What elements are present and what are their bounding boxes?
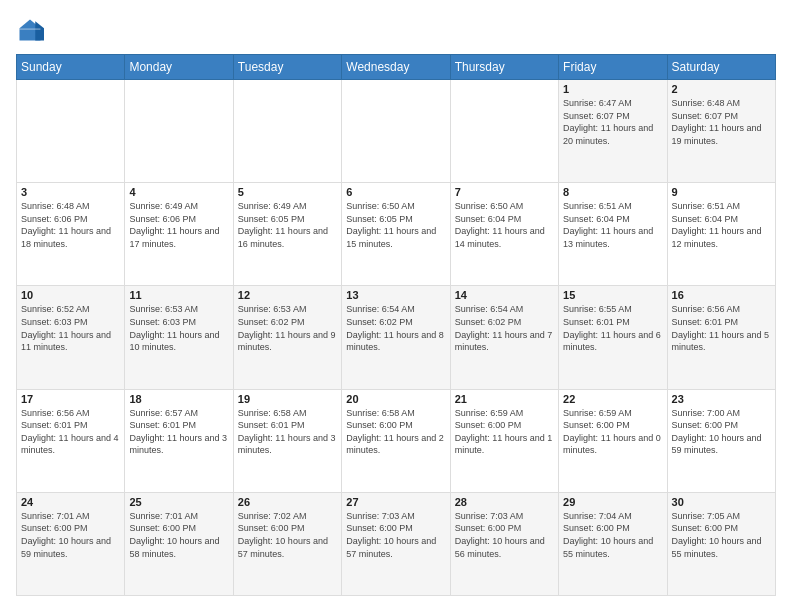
calendar-cell: 23Sunrise: 7:00 AM Sunset: 6:00 PM Dayli… bbox=[667, 389, 775, 492]
day-info: Sunrise: 6:51 AM Sunset: 6:04 PM Dayligh… bbox=[672, 200, 771, 250]
calendar-cell: 27Sunrise: 7:03 AM Sunset: 6:00 PM Dayli… bbox=[342, 492, 450, 595]
page: SundayMondayTuesdayWednesdayThursdayFrid… bbox=[0, 0, 792, 612]
day-number: 19 bbox=[238, 393, 337, 405]
day-info: Sunrise: 7:01 AM Sunset: 6:00 PM Dayligh… bbox=[21, 510, 120, 560]
header bbox=[16, 16, 776, 44]
calendar-cell: 15Sunrise: 6:55 AM Sunset: 6:01 PM Dayli… bbox=[559, 286, 667, 389]
day-number: 26 bbox=[238, 496, 337, 508]
day-info: Sunrise: 7:05 AM Sunset: 6:00 PM Dayligh… bbox=[672, 510, 771, 560]
calendar-cell: 14Sunrise: 6:54 AM Sunset: 6:02 PM Dayli… bbox=[450, 286, 558, 389]
day-number: 3 bbox=[21, 186, 120, 198]
calendar-cell: 12Sunrise: 6:53 AM Sunset: 6:02 PM Dayli… bbox=[233, 286, 341, 389]
day-number: 17 bbox=[21, 393, 120, 405]
calendar-cell: 20Sunrise: 6:58 AM Sunset: 6:00 PM Dayli… bbox=[342, 389, 450, 492]
calendar-cell: 30Sunrise: 7:05 AM Sunset: 6:00 PM Dayli… bbox=[667, 492, 775, 595]
day-number: 29 bbox=[563, 496, 662, 508]
calendar-cell bbox=[342, 80, 450, 183]
calendar-cell: 1Sunrise: 6:47 AM Sunset: 6:07 PM Daylig… bbox=[559, 80, 667, 183]
calendar-cell: 7Sunrise: 6:50 AM Sunset: 6:04 PM Daylig… bbox=[450, 183, 558, 286]
day-number: 6 bbox=[346, 186, 445, 198]
calendar-cell: 24Sunrise: 7:01 AM Sunset: 6:00 PM Dayli… bbox=[17, 492, 125, 595]
calendar-cell: 13Sunrise: 6:54 AM Sunset: 6:02 PM Dayli… bbox=[342, 286, 450, 389]
day-number: 15 bbox=[563, 289, 662, 301]
day-info: Sunrise: 6:47 AM Sunset: 6:07 PM Dayligh… bbox=[563, 97, 662, 147]
day-number: 20 bbox=[346, 393, 445, 405]
calendar-cell: 19Sunrise: 6:58 AM Sunset: 6:01 PM Dayli… bbox=[233, 389, 341, 492]
weekday-header: Thursday bbox=[450, 55, 558, 80]
day-info: Sunrise: 6:57 AM Sunset: 6:01 PM Dayligh… bbox=[129, 407, 228, 457]
day-info: Sunrise: 6:50 AM Sunset: 6:05 PM Dayligh… bbox=[346, 200, 445, 250]
weekday-header: Friday bbox=[559, 55, 667, 80]
calendar-cell bbox=[233, 80, 341, 183]
calendar-cell: 3Sunrise: 6:48 AM Sunset: 6:06 PM Daylig… bbox=[17, 183, 125, 286]
day-number: 16 bbox=[672, 289, 771, 301]
day-info: Sunrise: 6:51 AM Sunset: 6:04 PM Dayligh… bbox=[563, 200, 662, 250]
calendar-cell bbox=[17, 80, 125, 183]
weekday-header: Monday bbox=[125, 55, 233, 80]
calendar-cell: 17Sunrise: 6:56 AM Sunset: 6:01 PM Dayli… bbox=[17, 389, 125, 492]
day-info: Sunrise: 6:54 AM Sunset: 6:02 PM Dayligh… bbox=[346, 303, 445, 353]
day-number: 12 bbox=[238, 289, 337, 301]
calendar-header-row: SundayMondayTuesdayWednesdayThursdayFrid… bbox=[17, 55, 776, 80]
calendar-cell: 8Sunrise: 6:51 AM Sunset: 6:04 PM Daylig… bbox=[559, 183, 667, 286]
day-number: 2 bbox=[672, 83, 771, 95]
day-info: Sunrise: 6:54 AM Sunset: 6:02 PM Dayligh… bbox=[455, 303, 554, 353]
day-info: Sunrise: 6:48 AM Sunset: 6:07 PM Dayligh… bbox=[672, 97, 771, 147]
day-number: 25 bbox=[129, 496, 228, 508]
day-number: 7 bbox=[455, 186, 554, 198]
calendar-week-row: 17Sunrise: 6:56 AM Sunset: 6:01 PM Dayli… bbox=[17, 389, 776, 492]
calendar-cell bbox=[450, 80, 558, 183]
day-number: 22 bbox=[563, 393, 662, 405]
day-info: Sunrise: 6:56 AM Sunset: 6:01 PM Dayligh… bbox=[672, 303, 771, 353]
calendar-cell: 11Sunrise: 6:53 AM Sunset: 6:03 PM Dayli… bbox=[125, 286, 233, 389]
calendar-cell: 25Sunrise: 7:01 AM Sunset: 6:00 PM Dayli… bbox=[125, 492, 233, 595]
day-info: Sunrise: 6:49 AM Sunset: 6:06 PM Dayligh… bbox=[129, 200, 228, 250]
calendar-cell: 21Sunrise: 6:59 AM Sunset: 6:00 PM Dayli… bbox=[450, 389, 558, 492]
day-number: 14 bbox=[455, 289, 554, 301]
day-info: Sunrise: 6:49 AM Sunset: 6:05 PM Dayligh… bbox=[238, 200, 337, 250]
calendar-cell: 26Sunrise: 7:02 AM Sunset: 6:00 PM Dayli… bbox=[233, 492, 341, 595]
calendar-cell: 10Sunrise: 6:52 AM Sunset: 6:03 PM Dayli… bbox=[17, 286, 125, 389]
day-number: 28 bbox=[455, 496, 554, 508]
calendar-cell: 6Sunrise: 6:50 AM Sunset: 6:05 PM Daylig… bbox=[342, 183, 450, 286]
day-number: 10 bbox=[21, 289, 120, 301]
day-number: 21 bbox=[455, 393, 554, 405]
day-info: Sunrise: 7:04 AM Sunset: 6:00 PM Dayligh… bbox=[563, 510, 662, 560]
weekday-header: Saturday bbox=[667, 55, 775, 80]
calendar-cell: 22Sunrise: 6:59 AM Sunset: 6:00 PM Dayli… bbox=[559, 389, 667, 492]
day-number: 9 bbox=[672, 186, 771, 198]
day-info: Sunrise: 7:03 AM Sunset: 6:00 PM Dayligh… bbox=[455, 510, 554, 560]
day-number: 18 bbox=[129, 393, 228, 405]
day-info: Sunrise: 6:52 AM Sunset: 6:03 PM Dayligh… bbox=[21, 303, 120, 353]
day-info: Sunrise: 6:58 AM Sunset: 6:01 PM Dayligh… bbox=[238, 407, 337, 457]
day-number: 1 bbox=[563, 83, 662, 95]
calendar-table: SundayMondayTuesdayWednesdayThursdayFrid… bbox=[16, 54, 776, 596]
day-number: 30 bbox=[672, 496, 771, 508]
logo-icon bbox=[16, 16, 44, 44]
calendar-cell: 18Sunrise: 6:57 AM Sunset: 6:01 PM Dayli… bbox=[125, 389, 233, 492]
day-number: 5 bbox=[238, 186, 337, 198]
day-number: 8 bbox=[563, 186, 662, 198]
day-info: Sunrise: 6:59 AM Sunset: 6:00 PM Dayligh… bbox=[563, 407, 662, 457]
day-info: Sunrise: 7:01 AM Sunset: 6:00 PM Dayligh… bbox=[129, 510, 228, 560]
calendar-week-row: 3Sunrise: 6:48 AM Sunset: 6:06 PM Daylig… bbox=[17, 183, 776, 286]
calendar-week-row: 24Sunrise: 7:01 AM Sunset: 6:00 PM Dayli… bbox=[17, 492, 776, 595]
day-info: Sunrise: 7:02 AM Sunset: 6:00 PM Dayligh… bbox=[238, 510, 337, 560]
calendar-cell: 28Sunrise: 7:03 AM Sunset: 6:00 PM Dayli… bbox=[450, 492, 558, 595]
calendar-cell: 16Sunrise: 6:56 AM Sunset: 6:01 PM Dayli… bbox=[667, 286, 775, 389]
day-info: Sunrise: 6:53 AM Sunset: 6:03 PM Dayligh… bbox=[129, 303, 228, 353]
calendar-cell: 4Sunrise: 6:49 AM Sunset: 6:06 PM Daylig… bbox=[125, 183, 233, 286]
day-info: Sunrise: 7:00 AM Sunset: 6:00 PM Dayligh… bbox=[672, 407, 771, 457]
day-info: Sunrise: 6:58 AM Sunset: 6:00 PM Dayligh… bbox=[346, 407, 445, 457]
day-info: Sunrise: 6:59 AM Sunset: 6:00 PM Dayligh… bbox=[455, 407, 554, 457]
day-info: Sunrise: 7:03 AM Sunset: 6:00 PM Dayligh… bbox=[346, 510, 445, 560]
calendar-cell: 29Sunrise: 7:04 AM Sunset: 6:00 PM Dayli… bbox=[559, 492, 667, 595]
day-info: Sunrise: 6:55 AM Sunset: 6:01 PM Dayligh… bbox=[563, 303, 662, 353]
calendar-week-row: 10Sunrise: 6:52 AM Sunset: 6:03 PM Dayli… bbox=[17, 286, 776, 389]
day-info: Sunrise: 6:56 AM Sunset: 6:01 PM Dayligh… bbox=[21, 407, 120, 457]
calendar-cell: 9Sunrise: 6:51 AM Sunset: 6:04 PM Daylig… bbox=[667, 183, 775, 286]
calendar-week-row: 1Sunrise: 6:47 AM Sunset: 6:07 PM Daylig… bbox=[17, 80, 776, 183]
day-number: 11 bbox=[129, 289, 228, 301]
calendar-cell: 2Sunrise: 6:48 AM Sunset: 6:07 PM Daylig… bbox=[667, 80, 775, 183]
day-number: 13 bbox=[346, 289, 445, 301]
